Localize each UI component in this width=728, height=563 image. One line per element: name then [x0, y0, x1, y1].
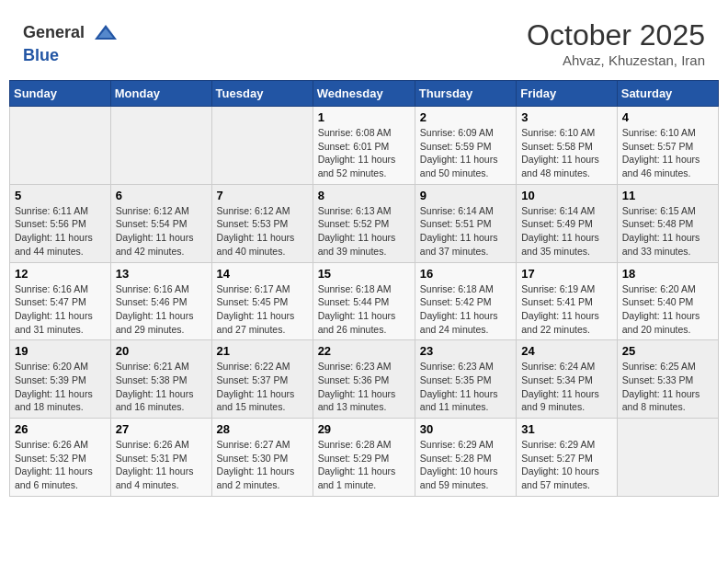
calendar-cell: 17Sunrise: 6:19 AMSunset: 5:41 PMDayligh…	[517, 262, 618, 340]
day-info: Sunrise: 6:27 AMSunset: 5:30 PMDaylight:…	[217, 438, 308, 492]
calendar-table: SundayMondayTuesdayWednesdayThursdayFrid…	[9, 80, 719, 497]
calendar-cell: 30Sunrise: 6:29 AMSunset: 5:28 PMDayligh…	[415, 419, 516, 497]
logo-general: General	[23, 23, 85, 41]
day-number: 21	[217, 344, 308, 358]
calendar-week-row: 12Sunrise: 6:16 AMSunset: 5:47 PMDayligh…	[10, 262, 719, 340]
column-header-thursday: Thursday	[415, 81, 516, 107]
page-header: General Blue October 2025 Ahvaz, Khuzest…	[9, 9, 719, 73]
calendar-cell	[617, 419, 718, 497]
calendar-cell: 10Sunrise: 6:14 AMSunset: 5:49 PMDayligh…	[517, 184, 618, 262]
location-subtitle: Ahvaz, Khuzestan, Iran	[527, 52, 705, 68]
day-number: 26	[15, 422, 106, 436]
day-info: Sunrise: 6:21 AMSunset: 5:38 PMDaylight:…	[116, 360, 207, 414]
day-number: 23	[420, 344, 511, 358]
calendar-cell: 9Sunrise: 6:14 AMSunset: 5:51 PMDaylight…	[415, 184, 516, 262]
logo-icon	[93, 21, 119, 47]
logo-line1: General	[23, 21, 119, 47]
calendar-cell: 5Sunrise: 6:11 AMSunset: 5:56 PMDaylight…	[10, 184, 111, 262]
calendar-cell: 20Sunrise: 6:21 AMSunset: 5:38 PMDayligh…	[110, 340, 211, 419]
day-number: 10	[521, 189, 612, 202]
day-info: Sunrise: 6:20 AMSunset: 5:40 PMDaylight:…	[622, 282, 713, 337]
day-info: Sunrise: 6:17 AMSunset: 5:45 PMDaylight:…	[217, 282, 308, 337]
day-info: Sunrise: 6:28 AMSunset: 5:29 PMDaylight:…	[318, 438, 410, 492]
day-info: Sunrise: 6:11 AMSunset: 5:56 PMDaylight:…	[15, 204, 106, 259]
day-info: Sunrise: 6:12 AMSunset: 5:53 PMDaylight:…	[217, 204, 308, 259]
day-info: Sunrise: 6:09 AMSunset: 5:59 PMDaylight:…	[420, 126, 511, 180]
calendar-cell: 31Sunrise: 6:29 AMSunset: 5:27 PMDayligh…	[517, 419, 618, 497]
calendar-cell: 22Sunrise: 6:23 AMSunset: 5:36 PMDayligh…	[313, 340, 415, 419]
day-number: 12	[15, 267, 106, 281]
calendar-cell: 23Sunrise: 6:23 AMSunset: 5:35 PMDayligh…	[415, 340, 516, 419]
calendar-week-row: 26Sunrise: 6:26 AMSunset: 5:32 PMDayligh…	[10, 419, 719, 497]
day-info: Sunrise: 6:22 AMSunset: 5:37 PMDaylight:…	[217, 360, 308, 414]
month-title: October 2025	[527, 18, 705, 52]
day-info: Sunrise: 6:19 AMSunset: 5:41 PMDaylight:…	[521, 282, 612, 337]
day-number: 1	[318, 110, 410, 124]
column-header-tuesday: Tuesday	[211, 81, 313, 107]
day-number: 19	[15, 344, 106, 358]
calendar-cell: 12Sunrise: 6:16 AMSunset: 5:47 PMDayligh…	[10, 262, 111, 340]
calendar-cell: 27Sunrise: 6:26 AMSunset: 5:31 PMDayligh…	[110, 419, 211, 497]
day-number: 30	[420, 422, 511, 436]
calendar-cell: 1Sunrise: 6:08 AMSunset: 6:01 PMDaylight…	[313, 107, 415, 185]
calendar-cell: 24Sunrise: 6:24 AMSunset: 5:34 PMDayligh…	[517, 340, 618, 419]
day-number: 27	[116, 422, 207, 436]
day-info: Sunrise: 6:13 AMSunset: 5:52 PMDaylight:…	[318, 204, 410, 259]
day-number: 16	[420, 267, 511, 281]
day-info: Sunrise: 6:18 AMSunset: 5:44 PMDaylight:…	[318, 282, 410, 337]
day-number: 22	[318, 344, 410, 358]
calendar-cell: 21Sunrise: 6:22 AMSunset: 5:37 PMDayligh…	[211, 340, 313, 419]
day-info: Sunrise: 6:25 AMSunset: 5:33 PMDaylight:…	[622, 360, 713, 414]
calendar-week-row: 19Sunrise: 6:20 AMSunset: 5:39 PMDayligh…	[10, 340, 719, 419]
day-info: Sunrise: 6:14 AMSunset: 5:51 PMDaylight:…	[420, 204, 511, 259]
title-block: October 2025 Ahvaz, Khuzestan, Iran	[527, 18, 705, 68]
day-number: 18	[622, 267, 713, 281]
day-info: Sunrise: 6:26 AMSunset: 5:32 PMDaylight:…	[15, 438, 106, 492]
day-info: Sunrise: 6:29 AMSunset: 5:28 PMDaylight:…	[420, 438, 511, 492]
day-info: Sunrise: 6:16 AMSunset: 5:46 PMDaylight:…	[116, 282, 207, 337]
day-number: 11	[622, 189, 713, 202]
calendar-week-row: 1Sunrise: 6:08 AMSunset: 6:01 PMDaylight…	[10, 107, 719, 185]
column-header-saturday: Saturday	[617, 81, 718, 107]
calendar-cell: 11Sunrise: 6:15 AMSunset: 5:48 PMDayligh…	[617, 184, 718, 262]
calendar-cell	[110, 107, 211, 185]
day-info: Sunrise: 6:26 AMSunset: 5:31 PMDaylight:…	[116, 438, 207, 492]
day-info: Sunrise: 6:29 AMSunset: 5:27 PMDaylight:…	[521, 438, 612, 492]
calendar-cell: 18Sunrise: 6:20 AMSunset: 5:40 PMDayligh…	[617, 262, 718, 340]
calendar-cell	[10, 107, 111, 185]
day-number: 17	[521, 267, 612, 281]
day-info: Sunrise: 6:10 AMSunset: 5:57 PMDaylight:…	[622, 126, 713, 180]
day-number: 14	[217, 267, 308, 281]
calendar-cell: 26Sunrise: 6:26 AMSunset: 5:32 PMDayligh…	[10, 419, 111, 497]
calendar-cell: 15Sunrise: 6:18 AMSunset: 5:44 PMDayligh…	[313, 262, 415, 340]
day-number: 3	[521, 110, 612, 124]
day-number: 2	[420, 110, 511, 124]
calendar-header-row: SundayMondayTuesdayWednesdayThursdayFrid…	[10, 81, 719, 107]
calendar-cell: 7Sunrise: 6:12 AMSunset: 5:53 PMDaylight…	[211, 184, 313, 262]
column-header-sunday: Sunday	[10, 81, 111, 107]
day-number: 20	[116, 344, 207, 358]
day-number: 4	[622, 110, 713, 124]
day-number: 24	[521, 344, 612, 358]
day-number: 25	[622, 344, 713, 358]
day-info: Sunrise: 6:20 AMSunset: 5:39 PMDaylight:…	[15, 360, 106, 414]
day-number: 9	[420, 189, 511, 202]
logo: General Blue	[23, 21, 119, 65]
day-info: Sunrise: 6:12 AMSunset: 5:54 PMDaylight:…	[116, 204, 207, 259]
column-header-wednesday: Wednesday	[313, 81, 415, 107]
column-header-monday: Monday	[110, 81, 211, 107]
day-number: 15	[318, 267, 410, 281]
calendar-cell: 13Sunrise: 6:16 AMSunset: 5:46 PMDayligh…	[110, 262, 211, 340]
day-number: 8	[318, 189, 410, 202]
calendar-cell: 25Sunrise: 6:25 AMSunset: 5:33 PMDayligh…	[617, 340, 718, 419]
day-number: 29	[318, 422, 410, 436]
calendar-cell: 19Sunrise: 6:20 AMSunset: 5:39 PMDayligh…	[10, 340, 111, 419]
day-number: 5	[15, 189, 106, 202]
calendar-cell: 28Sunrise: 6:27 AMSunset: 5:30 PMDayligh…	[211, 419, 313, 497]
logo-blue: Blue	[23, 46, 59, 64]
day-number: 13	[116, 267, 207, 281]
day-info: Sunrise: 6:08 AMSunset: 6:01 PMDaylight:…	[318, 126, 410, 180]
calendar-cell: 16Sunrise: 6:18 AMSunset: 5:42 PMDayligh…	[415, 262, 516, 340]
calendar-cell: 14Sunrise: 6:17 AMSunset: 5:45 PMDayligh…	[211, 262, 313, 340]
day-info: Sunrise: 6:24 AMSunset: 5:34 PMDaylight:…	[521, 360, 612, 414]
